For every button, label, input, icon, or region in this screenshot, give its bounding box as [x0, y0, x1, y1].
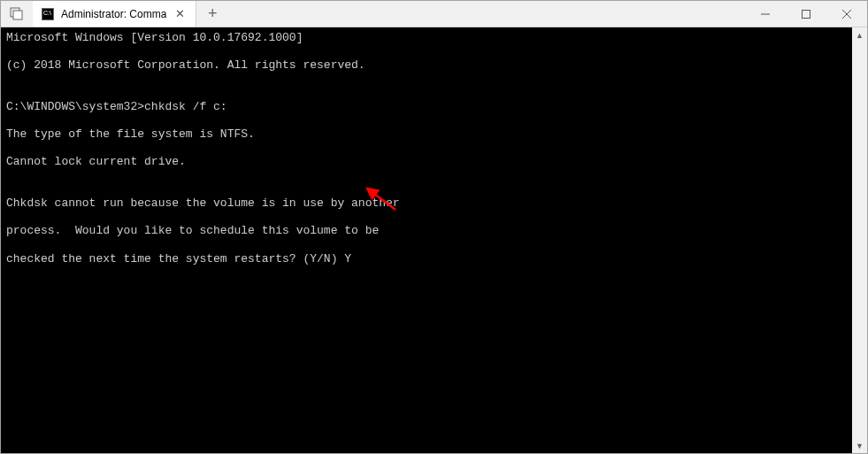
- terminal-line: The type of the file system is NTFS.: [6, 127, 847, 142]
- terminal-line: process. Would you like to schedule this…: [6, 224, 847, 238]
- svg-rect-1: [13, 11, 22, 19]
- tabbar-area: +: [196, 1, 745, 27]
- scrollbar[interactable]: ▲ ▼: [852, 27, 867, 453]
- close-button[interactable]: [826, 1, 867, 27]
- tab-active[interactable]: C:\ Administrator: Comma ✕: [33, 1, 196, 27]
- terminal-line: C:\WINDOWS\system32>chkdsk /f c:: [6, 100, 847, 114]
- terminal-area: Microsoft Windows [Version 10.0.17692.10…: [1, 27, 867, 453]
- terminal-line: Microsoft Windows [Version 10.0.17692.10…: [6, 31, 847, 45]
- terminal[interactable]: Microsoft Windows [Version 10.0.17692.10…: [1, 27, 852, 453]
- cmd-icon: C:\: [42, 8, 54, 20]
- window-controls: [745, 1, 867, 27]
- scroll-up-button[interactable]: ▲: [852, 27, 867, 42]
- terminal-line: Cannot lock current drive.: [6, 155, 847, 169]
- terminal-line: checked the next time the system restart…: [6, 252, 847, 266]
- titlebar[interactable]: C:\ Administrator: Comma ✕ +: [1, 1, 867, 27]
- terminal-line: Chkdsk cannot run because the volume is …: [6, 196, 847, 211]
- tab-close-button[interactable]: ✕: [173, 7, 187, 20]
- new-tab-button[interactable]: +: [196, 4, 228, 23]
- maximize-button[interactable]: [786, 1, 826, 27]
- tab-title: Administrator: Comma: [61, 8, 166, 20]
- window: C:\ Administrator: Comma ✕ + Microsoft W…: [0, 0, 868, 454]
- minimize-button[interactable]: [745, 1, 786, 27]
- terminal-line: (c) 2018 Microsoft Corporation. All righ…: [6, 58, 847, 73]
- scroll-down-button[interactable]: ▼: [852, 438, 867, 453]
- svg-rect-3: [803, 10, 810, 18]
- app-icon: [1, 1, 33, 27]
